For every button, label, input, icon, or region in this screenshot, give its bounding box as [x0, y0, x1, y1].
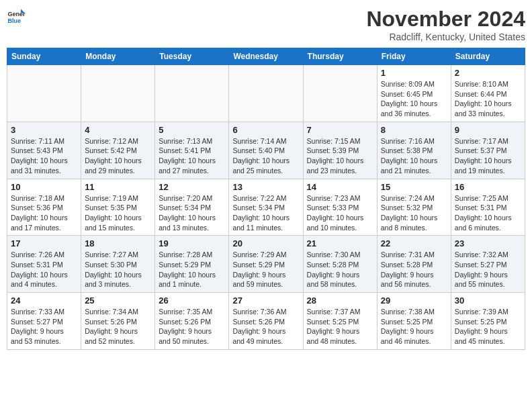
day-number: 9 [455, 125, 521, 135]
day-number: 18 [85, 238, 151, 248]
day-info: Sunrise: 8:09 AM Sunset: 6:45 PM Dayligh… [381, 79, 447, 119]
calendar-cell: 21Sunrise: 7:30 AM Sunset: 5:28 PM Dayli… [303, 236, 377, 293]
day-number: 12 [159, 182, 225, 192]
day-header-tuesday: Tuesday [155, 48, 229, 65]
day-number: 26 [159, 295, 225, 306]
day-number: 23 [455, 238, 521, 248]
calendar-table: SundayMondayTuesdayWednesdayThursdayFrid… [7, 48, 525, 350]
calendar-week-row: 24Sunrise: 7:33 AM Sunset: 5:27 PM Dayli… [7, 293, 525, 350]
day-info: Sunrise: 7:23 AM Sunset: 5:33 PM Dayligh… [307, 193, 373, 233]
day-info: Sunrise: 7:11 AM Sunset: 5:43 PM Dayligh… [11, 136, 77, 176]
day-info: Sunrise: 7:34 AM Sunset: 5:26 PM Dayligh… [85, 307, 151, 347]
calendar-cell: 7Sunrise: 7:15 AM Sunset: 5:39 PM Daylig… [303, 122, 377, 179]
day-number: 5 [159, 125, 225, 135]
calendar-cell: 20Sunrise: 7:29 AM Sunset: 5:29 PM Dayli… [229, 236, 303, 293]
calendar-cell: 29Sunrise: 7:38 AM Sunset: 5:25 PM Dayli… [377, 293, 451, 350]
calendar-cell: 11Sunrise: 7:19 AM Sunset: 5:35 PM Dayli… [81, 179, 155, 236]
calendar-cell: 24Sunrise: 7:33 AM Sunset: 5:27 PM Dayli… [7, 293, 81, 350]
logo: General Blue [7, 7, 26, 26]
day-info: Sunrise: 7:32 AM Sunset: 5:27 PM Dayligh… [455, 250, 521, 289]
calendar-cell: 13Sunrise: 7:22 AM Sunset: 5:34 PM Dayli… [229, 179, 303, 236]
day-number: 22 [381, 238, 447, 248]
day-number: 27 [232, 295, 299, 306]
day-number: 16 [455, 182, 521, 192]
day-number: 30 [455, 295, 521, 306]
day-info: Sunrise: 7:39 AM Sunset: 5:25 PM Dayligh… [455, 307, 521, 347]
calendar-cell: 15Sunrise: 7:24 AM Sunset: 5:32 PM Dayli… [377, 179, 451, 236]
calendar-cell: 2Sunrise: 8:10 AM Sunset: 6:44 PM Daylig… [451, 65, 525, 122]
day-header-monday: Monday [81, 48, 155, 65]
day-info: Sunrise: 7:15 AM Sunset: 5:39 PM Dayligh… [307, 136, 373, 176]
day-number: 15 [381, 182, 447, 192]
day-info: Sunrise: 7:25 AM Sunset: 5:31 PM Dayligh… [455, 193, 521, 233]
calendar-cell: 27Sunrise: 7:36 AM Sunset: 5:26 PM Dayli… [229, 293, 303, 350]
calendar-cell: 1Sunrise: 8:09 AM Sunset: 6:45 PM Daylig… [377, 65, 451, 122]
day-number: 17 [11, 238, 77, 248]
calendar-cell: 12Sunrise: 7:20 AM Sunset: 5:34 PM Dayli… [155, 179, 229, 236]
day-info: Sunrise: 7:30 AM Sunset: 5:28 PM Dayligh… [307, 250, 373, 289]
calendar-cell: 26Sunrise: 7:35 AM Sunset: 5:26 PM Dayli… [155, 293, 229, 350]
day-info: Sunrise: 7:29 AM Sunset: 5:29 PM Dayligh… [232, 250, 299, 289]
day-header-wednesday: Wednesday [229, 48, 303, 65]
day-number: 19 [159, 238, 225, 248]
calendar-cell: 22Sunrise: 7:31 AM Sunset: 5:28 PM Dayli… [377, 236, 451, 293]
calendar-cell [229, 65, 303, 122]
day-header-sunday: Sunday [7, 48, 81, 65]
day-info: Sunrise: 7:14 AM Sunset: 5:40 PM Dayligh… [232, 136, 299, 176]
day-info: Sunrise: 7:17 AM Sunset: 5:37 PM Dayligh… [455, 136, 521, 176]
logo-icon: General Blue [7, 7, 26, 26]
day-number: 21 [307, 238, 373, 248]
day-number: 1 [381, 68, 447, 78]
day-info: Sunrise: 7:33 AM Sunset: 5:27 PM Dayligh… [11, 307, 77, 347]
calendar-cell: 17Sunrise: 7:26 AM Sunset: 5:31 PM Dayli… [7, 236, 81, 293]
calendar-cell: 23Sunrise: 7:32 AM Sunset: 5:27 PM Dayli… [451, 236, 525, 293]
day-number: 6 [232, 125, 299, 135]
day-number: 10 [11, 182, 77, 192]
day-info: Sunrise: 7:24 AM Sunset: 5:32 PM Dayligh… [381, 193, 447, 233]
day-info: Sunrise: 7:13 AM Sunset: 5:41 PM Dayligh… [159, 136, 225, 176]
calendar-cell: 9Sunrise: 7:17 AM Sunset: 5:37 PM Daylig… [451, 122, 525, 179]
day-info: Sunrise: 7:19 AM Sunset: 5:35 PM Dayligh… [85, 193, 151, 233]
day-info: Sunrise: 7:22 AM Sunset: 5:34 PM Dayligh… [232, 193, 299, 233]
day-info: Sunrise: 7:18 AM Sunset: 5:36 PM Dayligh… [11, 193, 77, 233]
day-number: 20 [232, 238, 299, 248]
calendar-cell: 6Sunrise: 7:14 AM Sunset: 5:40 PM Daylig… [229, 122, 303, 179]
day-header-friday: Friday [377, 48, 451, 65]
location-subtitle: Radcliff, Kentucky, United States [366, 32, 525, 42]
day-info: Sunrise: 7:35 AM Sunset: 5:26 PM Dayligh… [159, 307, 225, 347]
day-number: 2 [455, 68, 521, 78]
month-title: November 2024 [366, 7, 525, 32]
calendar-cell [7, 65, 81, 122]
day-info: Sunrise: 7:38 AM Sunset: 5:25 PM Dayligh… [381, 307, 447, 347]
calendar-cell: 5Sunrise: 7:13 AM Sunset: 5:41 PM Daylig… [155, 122, 229, 179]
calendar-week-row: 10Sunrise: 7:18 AM Sunset: 5:36 PM Dayli… [7, 179, 525, 236]
day-number: 8 [381, 125, 447, 135]
day-info: Sunrise: 7:12 AM Sunset: 5:42 PM Dayligh… [85, 136, 151, 176]
calendar-cell: 25Sunrise: 7:34 AM Sunset: 5:26 PM Dayli… [81, 293, 155, 350]
calendar-cell: 30Sunrise: 7:39 AM Sunset: 5:25 PM Dayli… [451, 293, 525, 350]
day-info: Sunrise: 7:31 AM Sunset: 5:28 PM Dayligh… [381, 250, 447, 289]
calendar-cell [303, 65, 377, 122]
day-info: Sunrise: 8:10 AM Sunset: 6:44 PM Dayligh… [455, 79, 521, 119]
calendar-cell: 4Sunrise: 7:12 AM Sunset: 5:42 PM Daylig… [81, 122, 155, 179]
day-info: Sunrise: 7:16 AM Sunset: 5:38 PM Dayligh… [381, 136, 447, 176]
day-info: Sunrise: 7:28 AM Sunset: 5:29 PM Dayligh… [159, 250, 225, 289]
day-number: 11 [85, 182, 151, 192]
calendar-cell [155, 65, 229, 122]
day-info: Sunrise: 7:27 AM Sunset: 5:30 PM Dayligh… [85, 250, 151, 289]
day-number: 3 [11, 125, 77, 135]
calendar-week-row: 3Sunrise: 7:11 AM Sunset: 5:43 PM Daylig… [7, 122, 525, 179]
day-info: Sunrise: 7:20 AM Sunset: 5:34 PM Dayligh… [159, 193, 225, 233]
svg-text:Blue: Blue [7, 17, 21, 24]
calendar-cell: 14Sunrise: 7:23 AM Sunset: 5:33 PM Dayli… [303, 179, 377, 236]
day-header-saturday: Saturday [451, 48, 525, 65]
calendar-cell: 3Sunrise: 7:11 AM Sunset: 5:43 PM Daylig… [7, 122, 81, 179]
day-number: 25 [85, 295, 151, 306]
day-number: 4 [85, 125, 151, 135]
day-number: 13 [232, 182, 299, 192]
day-info: Sunrise: 7:37 AM Sunset: 5:25 PM Dayligh… [307, 307, 373, 347]
day-number: 28 [307, 295, 373, 306]
title-block: November 2024 Radcliff, Kentucky, United… [366, 7, 525, 42]
calendar-week-row: 1Sunrise: 8:09 AM Sunset: 6:45 PM Daylig… [7, 65, 525, 122]
calendar-cell [81, 65, 155, 122]
